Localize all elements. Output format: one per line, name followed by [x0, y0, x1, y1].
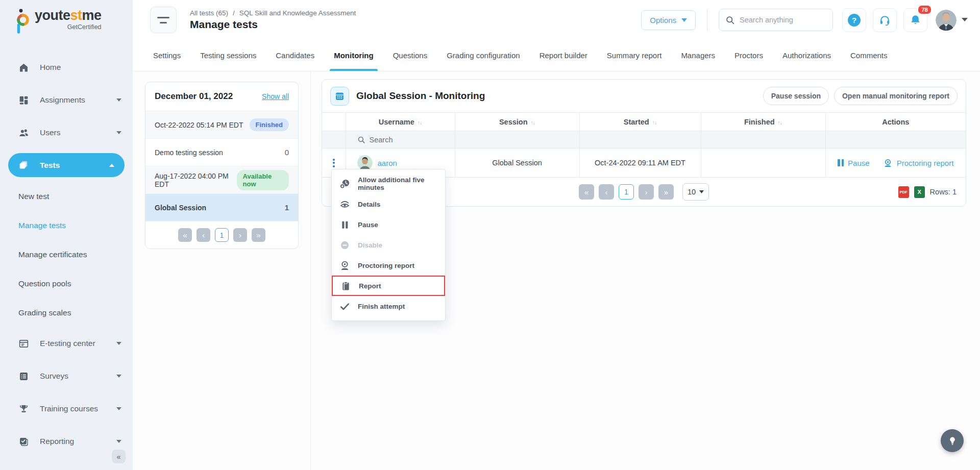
menu-item-disable: Disable — [332, 235, 445, 255]
proctoring-camera-icon — [883, 158, 893, 168]
sidebar-item-grading-scales[interactable]: Grading scales — [0, 298, 133, 327]
sidebar-item-question-pools[interactable]: Question pools — [0, 269, 133, 298]
logo-wordmark: youtestme — [35, 8, 102, 23]
menu-item-proctoring-report[interactable]: Proctoring report — [332, 255, 445, 276]
menu-item-report[interactable]: Report — [332, 276, 445, 296]
tab-managers[interactable]: Managers — [681, 40, 715, 71]
tab-monitoring[interactable]: Monitoring — [334, 40, 373, 71]
tab-authorizations[interactable]: Authorizations — [782, 40, 831, 71]
next-page-button[interactable]: › — [233, 228, 247, 242]
sidebar-item-new-test[interactable]: New test — [0, 182, 133, 211]
last-page-button[interactable]: » — [252, 228, 265, 242]
sidebar-item-label: Home — [40, 63, 61, 72]
trophy-icon — [18, 404, 29, 414]
sidebar: youtestme GetCertified Home Assignments … — [0, 0, 133, 470]
sidebar-item-surveys[interactable]: Surveys — [0, 360, 133, 392]
menu-item-allow-additional-five-minutes[interactable]: Allow additional five minutes — [332, 174, 445, 194]
current-page-button[interactable]: 1 — [619, 184, 634, 200]
current-page-button[interactable]: 1 — [215, 228, 229, 242]
session-list-item[interactable]: Aug-17-2022 04:00 PM EDT Available now — [145, 166, 298, 194]
export-pdf-icon[interactable]: PDF — [898, 186, 909, 198]
check-icon — [339, 301, 350, 312]
session-list-item[interactable]: Demo testing session 0 — [145, 139, 298, 166]
page-title: Manage tests — [190, 18, 356, 31]
surveys-icon — [18, 371, 29, 382]
session-list-item-selected[interactable]: Global Session 1 — [145, 194, 298, 221]
column-header-started[interactable]: Started↑↓ — [579, 113, 701, 131]
sidebar-item-training-courses[interactable]: Training courses — [0, 392, 133, 425]
sidebar-item-manage-certificates[interactable]: Manage certificates — [0, 240, 133, 269]
menu-item-pause[interactable]: Pause — [332, 214, 445, 235]
first-page-button[interactable]: « — [579, 184, 594, 200]
column-header-finished[interactable]: Finished↑↓ — [701, 113, 825, 131]
pause-action-link[interactable]: Pause — [838, 159, 870, 167]
chevron-up-icon — [109, 164, 114, 167]
etesting-center-icon — [18, 338, 29, 349]
tab-proctors[interactable]: Proctors — [734, 40, 763, 71]
support-button[interactable] — [873, 8, 897, 32]
menu-item-details[interactable]: Details — [332, 194, 445, 214]
tab-questions[interactable]: Questions — [393, 40, 428, 71]
sidebar-item-assignments[interactable]: Assignments — [0, 84, 133, 116]
clipboard-icon — [340, 280, 351, 291]
search-icon — [357, 136, 365, 144]
username-filter-input[interactable] — [370, 136, 446, 144]
prev-page-button[interactable]: ‹ — [197, 228, 210, 242]
sidebar-item-tests[interactable]: Tests — [8, 153, 125, 177]
global-search-input[interactable] — [740, 16, 821, 24]
sidebar-item-etesting-center[interactable]: E-testing center — [0, 327, 133, 360]
sidebar-nav: Home Assignments Users Tests New test Ma… — [0, 51, 133, 458]
profile-caret-icon[interactable] — [962, 18, 968, 22]
column-header-session[interactable]: Session↑↓ — [455, 113, 579, 131]
session-calendar-icon — [330, 87, 349, 106]
sidebar-item-users[interactable]: Users — [0, 116, 133, 149]
tab-comments[interactable]: Comments — [850, 40, 888, 71]
user-avatar[interactable] — [936, 10, 957, 31]
bell-icon — [909, 14, 922, 27]
sort-icon: ↑↓ — [652, 119, 657, 126]
sidebar-item-manage-tests[interactable]: Manage tests — [0, 211, 133, 240]
session-list-item[interactable]: Oct-22-2022 05:14 PM EDT Finished — [145, 111, 298, 139]
header-divider — [707, 9, 707, 31]
finished-cell — [701, 149, 825, 178]
open-manual-monitoring-report-button[interactable]: Open manual monitoring report — [834, 87, 958, 105]
logo-tagline: GetCertified — [35, 23, 102, 31]
row-menu-button[interactable] — [322, 159, 346, 167]
tab-testing-sessions[interactable]: Testing sessions — [200, 40, 256, 71]
breadcrumb-root[interactable]: All tests (65) — [190, 9, 228, 17]
content-area: December 01, 2022 Show all Oct-22-2022 0… — [133, 71, 980, 470]
options-button[interactable]: Options — [641, 10, 696, 30]
notification-count-badge: 78 — [917, 5, 932, 15]
headset-icon — [878, 14, 891, 27]
page-size-select[interactable]: 10 — [682, 183, 709, 201]
sidebar-item-label: Surveys — [40, 372, 68, 381]
username-link[interactable]: aaron — [378, 159, 397, 167]
last-page-button[interactable]: » — [658, 184, 674, 200]
notifications-button[interactable]: 78 — [903, 8, 927, 32]
tab-summary-report[interactable]: Summary report — [607, 40, 662, 71]
show-all-link[interactable]: Show all — [262, 92, 289, 101]
session-list-card: December 01, 2022 Show all Oct-22-2022 0… — [145, 82, 299, 249]
next-page-button[interactable]: › — [639, 184, 654, 200]
export-excel-icon[interactable]: X — [914, 186, 925, 198]
monitoring-title: Global Session - Monitoring — [356, 90, 485, 102]
help-button[interactable]: ? — [842, 8, 866, 32]
hamburger-menu-button[interactable] — [150, 7, 177, 33]
column-header-username[interactable]: Username↑↓ — [346, 113, 455, 131]
tab-grading-configuration[interactable]: Grading configuration — [447, 40, 520, 71]
users-icon — [18, 128, 29, 138]
chevron-down-icon — [116, 375, 121, 378]
pause-icon — [339, 219, 350, 230]
app-logo[interactable]: youtestme GetCertified — [0, 0, 133, 51]
prev-page-button[interactable]: ‹ — [599, 184, 614, 200]
pause-session-button[interactable]: Pause session — [763, 87, 829, 105]
proctoring-report-action-link[interactable]: Proctoring report — [883, 158, 954, 168]
tab-settings[interactable]: Settings — [153, 40, 181, 71]
assistant-bulb-button[interactable] — [941, 429, 964, 452]
sidebar-item-home[interactable]: Home — [0, 51, 133, 84]
menu-item-finish-attempt[interactable]: Finish attempt — [332, 296, 445, 316]
tab-report-builder[interactable]: Report builder — [540, 40, 587, 71]
sidebar-collapse-button[interactable]: « — [112, 450, 126, 463]
tab-candidates[interactable]: Candidates — [276, 40, 314, 71]
first-page-button[interactable]: « — [178, 228, 192, 242]
